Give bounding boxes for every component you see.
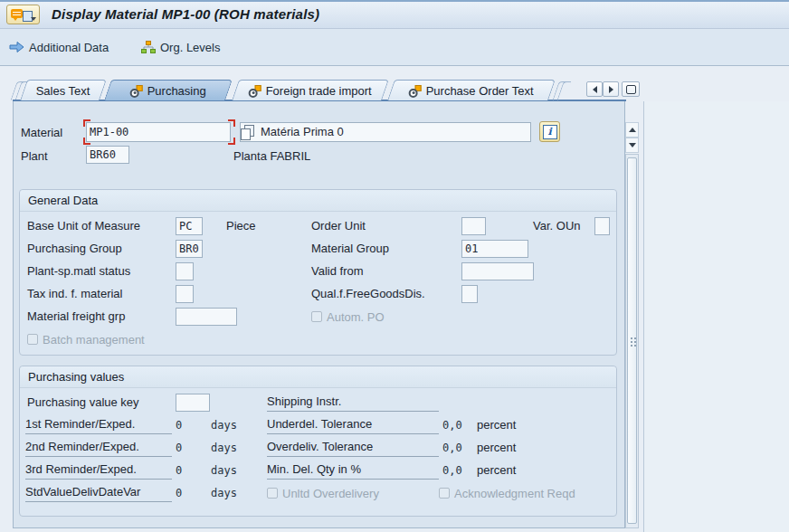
acknowledgment-reqd-checkbox: Acknowledgment Reqd xyxy=(439,484,575,502)
plant-status-input[interactable] xyxy=(176,262,194,280)
reminder3-value: 0 xyxy=(176,461,182,480)
tab-status-icon xyxy=(409,84,422,97)
scrollbar-grip-icon xyxy=(631,341,632,343)
base-unit-input[interactable]: PC xyxy=(176,217,203,235)
tax-ind-label: Tax ind. f. material xyxy=(27,285,123,303)
overdeliv-tolerance-value: 0,0 xyxy=(442,439,462,457)
order-unit-input[interactable] xyxy=(461,217,486,235)
qual-free-goods-label: Qual.f.FreeGoodsDis. xyxy=(311,285,425,303)
autom-po-checkbox: Autom. PO xyxy=(311,308,385,326)
tab-label: Purchase Order Text xyxy=(426,84,534,98)
purchasing-values-group: Purchasing values Purchasing value key S… xyxy=(19,366,617,517)
tab-purchasing[interactable]: Purchasing xyxy=(104,80,233,100)
tab-scroll-left-button[interactable] xyxy=(586,81,603,97)
tab-overview-icon xyxy=(626,85,636,94)
reminder2-label: 2nd Reminder/Exped. xyxy=(25,439,172,457)
acknowledgment-reqd-label: Acknowledgment Reqd xyxy=(454,487,575,500)
empty-right-area xyxy=(644,101,789,532)
batch-management-label: Batch management xyxy=(43,333,145,347)
var-oun-input[interactable] xyxy=(594,217,610,235)
material-label: Material xyxy=(21,124,62,142)
information-button[interactable]: i xyxy=(539,121,560,142)
additional-data-button[interactable]: Additional Data xyxy=(9,38,109,56)
plant-label: Plant xyxy=(21,147,48,166)
scroll-up-button[interactable] xyxy=(625,122,639,138)
arrow-down-icon xyxy=(629,143,636,147)
chevron-right-icon xyxy=(609,86,613,93)
general-data-group-title: General Data xyxy=(20,190,616,212)
tab-label: Purchasing xyxy=(147,84,206,98)
arrow-right-icon xyxy=(9,41,24,53)
page-title: Display Material MP1-00 (ROH materials) xyxy=(52,6,319,22)
purchasing-group-label: Purchasing Group xyxy=(27,240,122,258)
purchasing-values-group-title: Purchasing values xyxy=(20,366,616,388)
min-del-qty-unit: percent xyxy=(477,461,516,480)
reminder3-unit: days xyxy=(211,461,237,480)
unltd-overdelivery-checkbox: Unltd Overdelivery xyxy=(267,484,379,502)
plant-status-label: Plant-sp.matl status xyxy=(27,262,130,280)
tab-purchase-order-text[interactable]: Purchase Order Text xyxy=(387,80,556,100)
reminder1-value: 0 xyxy=(176,416,182,434)
checkbox-icon xyxy=(311,311,322,322)
plant-input[interactable]: BR60 xyxy=(86,146,129,164)
org-levels-label: Org. Levels xyxy=(160,41,220,54)
order-unit-label: Order Unit xyxy=(311,217,366,235)
info-icon: i xyxy=(543,125,557,139)
underdel-tolerance-unit: percent xyxy=(477,416,516,434)
reminder1-label: 1st Reminder/Exped. xyxy=(25,416,172,434)
freight-grp-label: Material freight grp xyxy=(27,308,125,326)
purchasing-group-input[interactable]: BR0 xyxy=(176,240,203,258)
valid-from-input[interactable] xyxy=(461,262,534,280)
org-levels-button[interactable]: Org. Levels xyxy=(141,38,220,56)
general-data-group: General Data Base Unit of Measure PC Pie… xyxy=(19,189,617,356)
tab-sales-text[interactable]: Sales Text xyxy=(20,80,107,100)
freight-grp-input[interactable] xyxy=(176,308,237,326)
underdel-tolerance-value: 0,0 xyxy=(442,416,462,434)
overdeliv-tolerance-label: Overdeliv. Tolerance xyxy=(267,439,439,457)
purchasing-value-key-label: Purchasing value key xyxy=(27,394,139,412)
dropdown-arrow-icon xyxy=(31,17,36,21)
min-del-qty-label: Min. Del. Qty in % xyxy=(267,461,439,480)
shipping-instr-field: Shipping Instr. xyxy=(267,394,439,412)
tab-foreign-trade-import[interactable]: Foreign trade import xyxy=(232,80,389,100)
tab-label: Foreign trade import xyxy=(266,84,372,98)
overdeliv-tolerance-unit: percent xyxy=(477,439,516,457)
reminder2-value: 0 xyxy=(176,439,182,457)
std-value-deliv-label: StdValueDelivDateVar xyxy=(25,484,172,502)
title-bar: Display Material MP1-00 (ROH materials) xyxy=(0,2,789,29)
sap-window: Display Material MP1-00 (ROH materials) … xyxy=(0,0,789,532)
plant-description: Planta FABRIL xyxy=(233,147,310,166)
scrollbar-thumb[interactable] xyxy=(627,157,637,524)
arrow-up-icon xyxy=(629,128,636,132)
base-unit-text: Piece xyxy=(226,217,256,235)
material-group-input[interactable]: 01 xyxy=(461,240,528,258)
tab-content-panel: Material MP1-00 Matéria Prima 0 i Plant … xyxy=(13,101,625,528)
purchasing-value-key-input[interactable] xyxy=(176,394,210,412)
tab-scroll-right-button[interactable] xyxy=(603,81,619,97)
application-toolbar: Additional Data Org. Levels xyxy=(0,29,789,66)
unltd-overdelivery-label: Unltd Overdelivery xyxy=(282,487,379,500)
scroll-down-button[interactable] xyxy=(625,138,639,153)
min-del-qty-value: 0,0 xyxy=(442,461,462,480)
chevron-left-icon xyxy=(593,86,597,93)
scrollbar-track[interactable] xyxy=(625,154,639,528)
copy-pages-icon[interactable] xyxy=(241,125,254,139)
reminder2-unit: days xyxy=(211,439,237,457)
tax-ind-input[interactable] xyxy=(176,285,194,303)
checkbox-icon xyxy=(439,488,450,499)
additional-data-label: Additional Data xyxy=(29,41,109,54)
sap-transaction-icon-tail xyxy=(13,17,18,21)
checkbox-icon xyxy=(27,334,38,345)
sap-menu-button[interactable] xyxy=(6,5,40,24)
material-description-field[interactable]: Matéria Prima 0 xyxy=(240,122,531,142)
tab-status-icon xyxy=(130,84,143,97)
tab-overview-button[interactable] xyxy=(622,81,640,97)
underdel-tolerance-label: Underdel. Tolerance xyxy=(267,416,439,434)
base-unit-label: Base Unit of Measure xyxy=(27,217,140,235)
qual-free-goods-input[interactable] xyxy=(461,285,478,303)
material-group-label: Material Group xyxy=(311,240,389,258)
valid-from-label: Valid from xyxy=(311,262,364,280)
material-input[interactable]: MP1-00 xyxy=(86,122,231,142)
reminder1-unit: days xyxy=(211,416,237,434)
tab-label: Sales Text xyxy=(36,84,90,98)
